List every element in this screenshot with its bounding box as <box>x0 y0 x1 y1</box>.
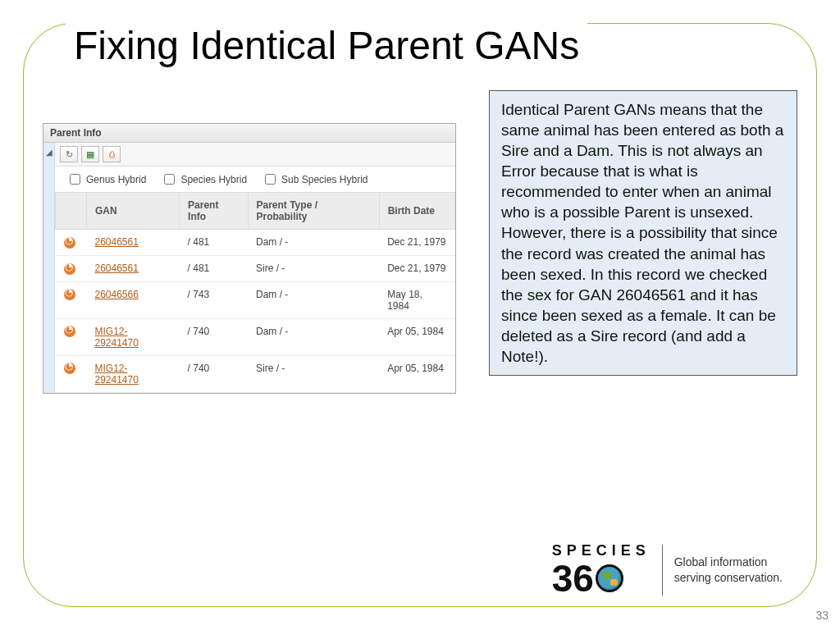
export-excel-icon[interactable]: ▦ <box>81 146 99 162</box>
animal-icon <box>64 263 75 275</box>
cell-parent-type: Sire / - <box>248 255 379 281</box>
table-row: 26046566/ 743Dam / -May 18, 1984 <box>56 281 455 318</box>
expand-collapse-strip[interactable]: ◢ <box>43 143 55 393</box>
animal-icon <box>64 326 75 337</box>
slide-title: Fixing Identical Parent GANs <box>66 23 587 68</box>
cell-parent-info: / 481 <box>180 230 248 256</box>
cell-parent-info: / 481 <box>180 255 248 281</box>
cell-parent-type: Sire / - <box>248 355 379 392</box>
col-gan: GAN <box>87 193 180 230</box>
cell-birth-date: Apr 05, 1984 <box>379 318 454 355</box>
table-row: 26046561/ 481Sire / -Dec 21, 1979 <box>56 255 455 281</box>
logo-360: 36 <box>552 559 651 597</box>
cell-parent-type: Dam / - <box>248 281 379 318</box>
parent-info-panel: Parent Info ◢ ↻ ▦ ⎙ Genus Hybrid Species… <box>43 123 456 394</box>
export-pdf-icon[interactable]: ⎙ <box>103 146 121 162</box>
cell-parent-info: / 743 <box>180 281 248 318</box>
gan-link[interactable]: 26046566 <box>95 289 139 300</box>
gan-link[interactable]: 26046561 <box>95 262 139 274</box>
species360-logo: SPECIES 36 Global information serving co… <box>552 542 783 597</box>
animal-icon <box>64 237 75 249</box>
cell-birth-date: Dec 21, 1979 <box>379 255 454 281</box>
animal-icon <box>64 289 75 300</box>
panel-toolbar: ↻ ▦ ⎙ <box>55 143 455 167</box>
page-number: 33 <box>815 609 829 622</box>
gan-link[interactable]: 26046561 <box>95 236 139 248</box>
gan-link[interactable]: MIG12-29241470 <box>95 326 139 349</box>
genus-hybrid-checkbox[interactable]: Genus Hybrid <box>66 171 146 187</box>
refresh-icon[interactable]: ↻ <box>60 146 78 162</box>
explanation-callout: Identical Parent GANs means that the sam… <box>489 90 797 376</box>
logo-divider <box>662 545 663 596</box>
cell-parent-type: Dam / - <box>248 318 379 355</box>
animal-icon <box>64 363 75 374</box>
cell-parent-type: Dam / - <box>248 230 379 256</box>
logo-tagline: Global information serving conservation. <box>674 555 783 584</box>
col-parent-info: Parent Info <box>180 193 248 230</box>
table-row: 26046561/ 481Dam / -Dec 21, 1979 <box>56 230 455 256</box>
globe-icon <box>596 564 623 592</box>
col-birth-date: Birth Date <box>379 193 454 230</box>
table-row: MIG12-29241470/ 740Dam / -Apr 05, 1984 <box>56 318 455 355</box>
col-parent-type: Parent Type / Probability <box>248 193 379 230</box>
parent-info-table: GAN Parent Info Parent Type / Probabilit… <box>55 192 455 393</box>
hybrid-checkbox-row: Genus Hybrid Species Hybrid Sub Species … <box>55 167 455 192</box>
cell-birth-date: Dec 21, 1979 <box>379 230 454 256</box>
species-hybrid-checkbox[interactable]: Species Hybrid <box>161 171 247 187</box>
cell-birth-date: Apr 05, 1984 <box>379 355 454 392</box>
cell-parent-info: / 740 <box>180 355 248 392</box>
sub-species-hybrid-checkbox[interactable]: Sub Species Hybrid <box>262 171 368 187</box>
gan-link[interactable]: MIG12-29241470 <box>95 363 139 386</box>
table-row: MIG12-29241470/ 740Sire / -Apr 05, 1984 <box>56 355 455 392</box>
cell-birth-date: May 18, 1984 <box>379 281 454 318</box>
panel-header: Parent Info <box>43 124 455 143</box>
cell-parent-info: / 740 <box>180 318 248 355</box>
